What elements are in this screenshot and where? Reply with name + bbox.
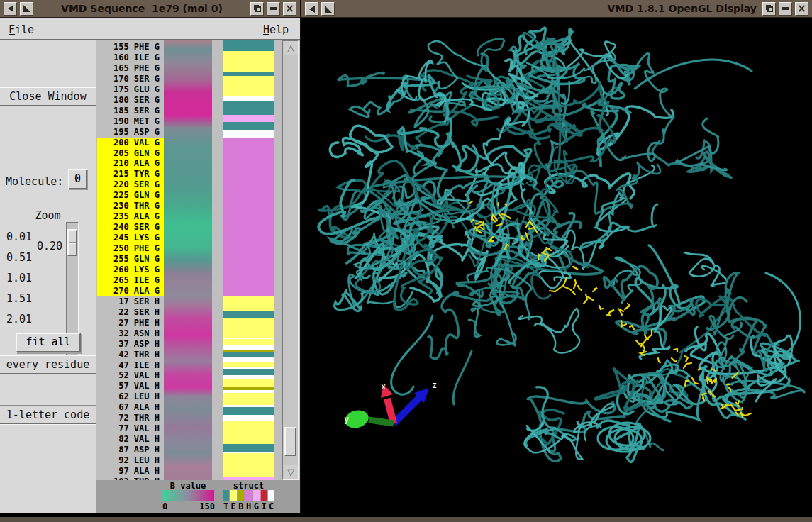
struct-band bbox=[223, 101, 274, 115]
scrollbar[interactable]: △ ▽ bbox=[282, 40, 299, 480]
window-menu-button[interactable] bbox=[305, 2, 318, 16]
close-icon: × bbox=[797, 5, 806, 12]
sequence-row[interactable]: 195 ASP G bbox=[97, 127, 164, 138]
struct-key-letter: E bbox=[230, 501, 238, 511]
struct-band bbox=[223, 421, 274, 444]
struct-band bbox=[223, 444, 274, 452]
sequence-row[interactable]: 160 ILE G bbox=[97, 52, 164, 63]
window-menu-button[interactable] bbox=[4, 2, 17, 16]
opengl-viewport[interactable]: xyz bbox=[301, 18, 812, 516]
close-window-button[interactable]: Close Window bbox=[0, 87, 96, 106]
molecule-select-button[interactable]: 0 bbox=[68, 169, 87, 189]
restore-button[interactable] bbox=[762, 2, 776, 16]
sequence-row[interactable]: 260 LYS G bbox=[97, 265, 164, 275]
sequence-row[interactable]: 22 SER H bbox=[97, 307, 164, 318]
sequence-row[interactable]: 37 ASP H bbox=[97, 339, 164, 350]
zoom-tick-label: 1.01 bbox=[6, 272, 39, 282]
sequence-row[interactable]: 92 LEU H bbox=[97, 455, 164, 466]
left-triangle-icon bbox=[8, 5, 13, 12]
sequence-list-area: 155 PHE G160 ILE G165 PHE G170 SER G175 … bbox=[96, 40, 300, 480]
sequence-row[interactable]: 230 THR G bbox=[97, 201, 164, 211]
sequence-row[interactable]: 255 GLN G bbox=[97, 254, 164, 265]
minimize-button[interactable] bbox=[267, 2, 280, 16]
sequence-row[interactable]: 220 SER G bbox=[97, 179, 164, 190]
fit-all-button[interactable]: fit all bbox=[16, 333, 81, 352]
sequence-row[interactable]: 235 ALA G bbox=[97, 211, 164, 222]
sequence-row[interactable]: 32 ASN H bbox=[97, 328, 164, 339]
struct-band bbox=[223, 40, 274, 51]
struct-key-letter: G bbox=[252, 501, 260, 511]
sequence-row[interactable]: 180 SER G bbox=[97, 95, 164, 106]
struct-band bbox=[223, 51, 274, 72]
struct-band bbox=[223, 115, 274, 122]
struct-band bbox=[223, 76, 274, 96]
struct-key-letter: B bbox=[237, 501, 245, 511]
sequence-row[interactable]: 57 VAL H bbox=[97, 381, 164, 392]
close-button[interactable]: × bbox=[283, 2, 296, 16]
sequence-row[interactable]: 52 VAL H bbox=[97, 370, 164, 381]
window-bottom-border bbox=[0, 516, 812, 522]
svg-text:x: x bbox=[381, 382, 386, 392]
struct-band bbox=[223, 122, 274, 130]
sequence-row[interactable]: 165 PHE G bbox=[97, 63, 164, 74]
sequence-row[interactable]: 265 ILE G bbox=[97, 275, 164, 286]
zoom-tick-label: 2.01 bbox=[6, 313, 39, 323]
sequence-row[interactable]: 87 ASP H bbox=[97, 445, 164, 455]
bvalue-column[interactable] bbox=[164, 40, 212, 480]
sequence-row[interactable]: 215 TYR G bbox=[97, 169, 164, 179]
molecule-label: Molecule: bbox=[6, 175, 63, 188]
scrollbar-thumb[interactable] bbox=[284, 427, 296, 456]
svg-text:y: y bbox=[344, 414, 349, 424]
sequence-row[interactable]: 225 GLN G bbox=[97, 190, 164, 201]
molecule-render: xyz bbox=[301, 18, 812, 516]
sequence-row[interactable]: 62 LEU H bbox=[97, 392, 164, 402]
sequence-row[interactable]: 67 ALA H bbox=[97, 402, 164, 413]
menu-file[interactable]: File bbox=[9, 23, 34, 36]
sequence-row[interactable]: 185 SER G bbox=[97, 106, 164, 116]
menu-help[interactable]: Help bbox=[263, 23, 289, 36]
sequence-row[interactable]: 205 GLN G bbox=[97, 148, 164, 159]
sequence-row[interactable]: 190 MET G bbox=[97, 116, 164, 127]
struct-band bbox=[223, 345, 274, 350]
restore-button[interactable] bbox=[250, 2, 264, 16]
sequence-row[interactable]: 170 SER G bbox=[97, 74, 164, 84]
sequence-row[interactable]: 17 SER H bbox=[97, 296, 164, 307]
struct-band bbox=[223, 352, 274, 357]
opengl-titlebar: VMD 1.8.1 OpenGL Display × bbox=[301, 0, 812, 18]
close-button[interactable]: × bbox=[795, 2, 808, 16]
window-corner-button[interactable] bbox=[321, 2, 335, 16]
sequence-row[interactable]: 47 ILE H bbox=[97, 360, 164, 371]
sequence-row[interactable]: 72 THR H bbox=[97, 413, 164, 423]
window-corner-button[interactable] bbox=[20, 2, 33, 16]
every-residue-button[interactable]: every residue bbox=[0, 355, 96, 374]
scroll-down-arrow[interactable]: ▽ bbox=[284, 465, 298, 479]
minimize-icon bbox=[782, 7, 789, 10]
sequence-row[interactable]: 270 ALA G bbox=[97, 286, 164, 296]
sequence-row[interactable]: 245 LYS G bbox=[97, 233, 164, 243]
struct-key-swatch bbox=[253, 490, 260, 501]
sequence-row[interactable]: 175 GLU G bbox=[97, 84, 164, 95]
scroll-up-arrow[interactable]: △ bbox=[284, 41, 298, 55]
sequence-row[interactable]: 250 PHE G bbox=[97, 243, 164, 254]
zoom-tick-label: 1.51 bbox=[6, 292, 39, 303]
sequence-row[interactable]: 240 SER G bbox=[97, 222, 164, 233]
sequence-row[interactable]: 42 THR H bbox=[97, 350, 164, 360]
sequence-row[interactable]: 77 VAL H bbox=[97, 423, 164, 434]
struct-band bbox=[223, 379, 274, 387]
sequence-rows: 155 PHE G160 ILE G165 PHE G170 SER G175 … bbox=[97, 40, 164, 480]
legend: B value 0 150 struct TEBHGIC bbox=[96, 480, 300, 513]
minimize-button[interactable] bbox=[779, 2, 792, 16]
zoom-label: Zoom bbox=[0, 209, 96, 222]
one-letter-code-button[interactable]: 1-letter code bbox=[0, 406, 96, 424]
corner-triangle-icon bbox=[23, 5, 30, 12]
sequence-row[interactable]: 97 ALA H bbox=[97, 466, 164, 477]
zoom-tick-label: 0.51 bbox=[6, 251, 39, 262]
sequence-row[interactable]: 210 ALA G bbox=[97, 158, 164, 169]
sequence-row[interactable]: 82 VAL H bbox=[97, 434, 164, 445]
sequence-row[interactable]: 200 VAL G bbox=[97, 138, 164, 148]
zoom-slider-handle[interactable] bbox=[67, 229, 77, 256]
struct-column[interactable] bbox=[223, 40, 274, 480]
sequence-row[interactable]: 27 PHE H bbox=[97, 318, 164, 328]
sequence-row[interactable]: 155 PHE G bbox=[97, 42, 164, 52]
minimize-icon bbox=[270, 7, 277, 10]
